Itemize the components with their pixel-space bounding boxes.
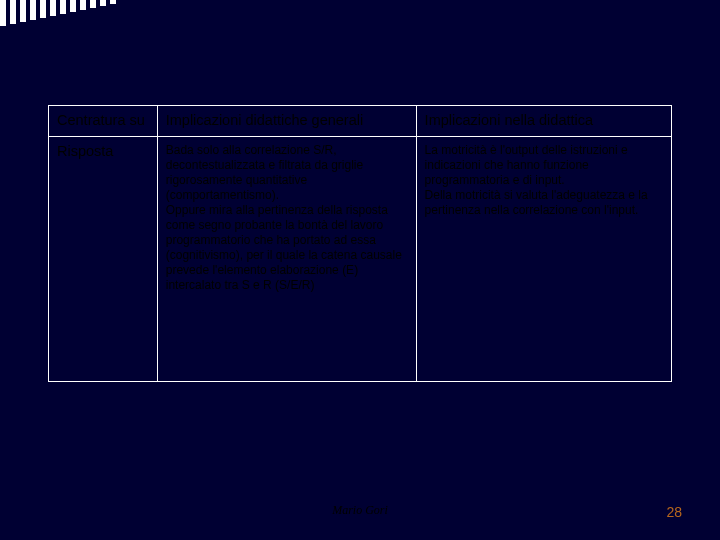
slide: Centratura su Implicazioni didattiche ge… xyxy=(0,0,720,540)
page-number: 28 xyxy=(666,504,682,520)
footer-author: Mario Gori xyxy=(0,503,720,518)
header-implicazioni-generali: Implicazioni didattiche generali xyxy=(157,106,416,137)
row-label: Risposta xyxy=(49,137,158,382)
cell-general: Bada solo alla correlazione S/R, deconte… xyxy=(157,137,416,382)
header-implicazioni-didattica: Implicazioni nella didattica xyxy=(416,106,671,137)
content-table: Centratura su Implicazioni didattiche ge… xyxy=(48,105,672,382)
table-row: Risposta Bada solo alla correlazione S/R… xyxy=(49,137,672,382)
table-header-row: Centratura su Implicazioni didattiche ge… xyxy=(49,106,672,137)
header-centratura: Centratura su xyxy=(49,106,158,137)
cell-didactic: La motricità è l'output delle istruzioni… xyxy=(416,137,671,382)
decorative-bars xyxy=(0,0,120,32)
